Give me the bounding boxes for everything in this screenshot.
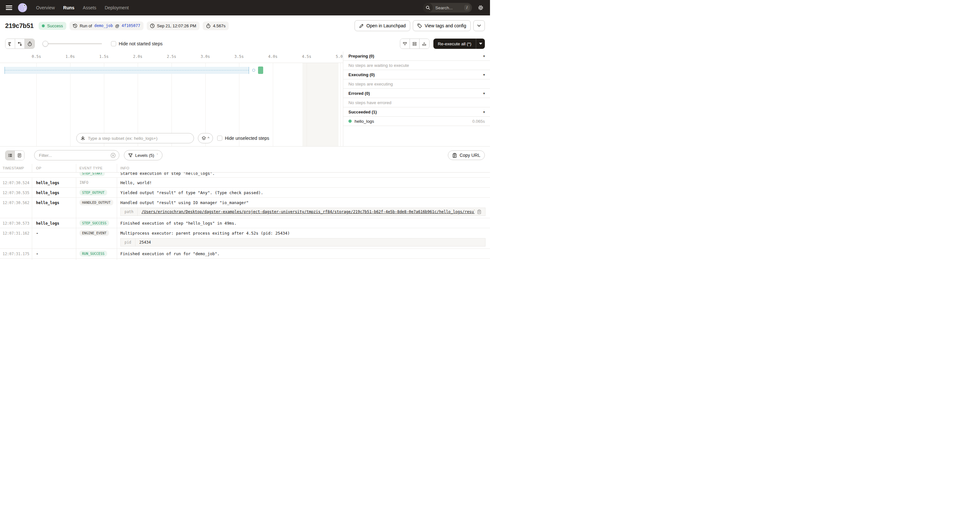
hide-not-started-checkbox[interactable] bbox=[111, 41, 116, 46]
nav-item-assets[interactable]: Assets bbox=[83, 5, 96, 10]
log-op: - bbox=[36, 252, 38, 256]
slider-knob[interactable] bbox=[43, 41, 48, 47]
duration-pill: 4.567s bbox=[203, 22, 229, 30]
graph-query-toggle-button[interactable]: ^ bbox=[198, 133, 213, 143]
hide-unselected-checkbox-row[interactable]: Hide unselected steps bbox=[217, 136, 269, 141]
status-dot-icon bbox=[42, 24, 45, 27]
dagster-run-page: Overview Runs Assets Deployment Search..… bbox=[0, 0, 490, 260]
copy-path-icon[interactable] bbox=[477, 209, 481, 214]
hamburger-menu-icon[interactable] bbox=[6, 5, 12, 10]
succeeded-step-row[interactable]: hello_logs 0.065s bbox=[343, 117, 490, 126]
col-header-event-type: EVENT TYPE bbox=[76, 164, 117, 172]
chevron-up-icon: ^ bbox=[207, 136, 209, 140]
hide-not-started-checkbox-row[interactable]: Hide not started steps bbox=[111, 41, 162, 46]
log-row[interactable]: 12:07:31.204 - ENGINE_EVENT Process for … bbox=[0, 259, 490, 260]
flat-view-button[interactable] bbox=[5, 39, 15, 49]
step-duration: 0.065s bbox=[472, 119, 485, 124]
panel-split-button[interactable] bbox=[410, 39, 420, 49]
log-timestamp: 12:07:30.535 bbox=[3, 190, 29, 195]
reexecute-all-button[interactable]: Re-execute all (*) bbox=[433, 38, 476, 49]
log-row[interactable]: 12:07:30.524 hello_logs INFO Hello, worl… bbox=[0, 178, 490, 188]
panel-expand-down-button[interactable] bbox=[400, 39, 410, 49]
levels-dropdown-button[interactable]: Levels (5) ˇ bbox=[124, 150, 162, 160]
code-version-link[interactable]: 4f105077 bbox=[122, 24, 140, 28]
log-row-partial[interactable]: STEP_START Started execution of step "he… bbox=[0, 173, 490, 178]
open-in-launchpad-label: Open in Launchpad bbox=[366, 23, 406, 28]
section-executing[interactable]: Executing (0) ▾ bbox=[343, 70, 490, 79]
open-in-launchpad-button[interactable]: Open in Launchpad bbox=[355, 20, 410, 31]
stopwatch-icon bbox=[27, 41, 32, 46]
gantt-zoom-slider[interactable] bbox=[43, 39, 102, 49]
search-input[interactable]: Search... / bbox=[423, 3, 472, 13]
clear-filter-icon[interactable] bbox=[110, 153, 116, 158]
nav-item-deployment[interactable]: Deployment bbox=[105, 5, 129, 10]
step-subset-input[interactable]: Type a step subset (ex: hello_logs+) bbox=[76, 133, 194, 143]
log-row[interactable]: 12:07:31.175 - RUN_SUCCESS Finished exec… bbox=[0, 249, 490, 259]
section-title: Errored (0) bbox=[348, 91, 370, 96]
log-row[interactable]: 12:07:30.562 hello_logs HANDLED_OUTPUT H… bbox=[0, 198, 490, 218]
section-preparing[interactable]: Preparing (0) ▾ bbox=[343, 51, 490, 61]
history-icon bbox=[73, 24, 78, 28]
log-row[interactable]: 12:07:31.162 - ENGINE_EVENT Multiprocess… bbox=[0, 228, 490, 249]
gantt-time-axis: 0.5s 1.0s 1.5s 2.0s 2.5s 3.0s 3.5s 4.0s … bbox=[0, 51, 343, 63]
search-icon bbox=[423, 3, 433, 13]
view-tags-config-button[interactable]: View tags and config bbox=[413, 20, 471, 31]
caret-down-icon bbox=[479, 43, 482, 45]
chevron-down-icon[interactable]: ▾ bbox=[483, 92, 485, 95]
clock-icon bbox=[150, 24, 155, 28]
run-id: 219c7b51 bbox=[5, 22, 33, 30]
nav-item-overview[interactable]: Overview bbox=[36, 5, 55, 10]
dagster-logo-icon[interactable] bbox=[18, 3, 28, 13]
step-subset-bar: Type a step subset (ex: hello_logs+) ^ H… bbox=[0, 132, 343, 144]
timed-view-button[interactable] bbox=[25, 39, 34, 49]
section-succeeded[interactable]: Succeeded (1) ▾ bbox=[343, 107, 490, 117]
panel-expand-up-icon bbox=[422, 41, 426, 46]
panel-layout-segment bbox=[400, 38, 430, 49]
layers-icon bbox=[201, 136, 206, 141]
hide-unselected-label: Hide unselected steps bbox=[225, 136, 269, 141]
axis-tick: 0.5s bbox=[32, 54, 41, 59]
gantt-chart: 0.5s 1.0s 1.5s 2.0s 2.5s 3.0s 3.5s 4.0s … bbox=[0, 51, 343, 146]
section-errored[interactable]: Errored (0) ▾ bbox=[343, 89, 490, 98]
path-link[interactable]: /Users/erincochran/Desktop/dagster-examp… bbox=[142, 209, 474, 214]
gear-icon[interactable] bbox=[477, 4, 484, 11]
log-op: hello_logs bbox=[36, 221, 59, 226]
log-row[interactable]: 12:07:30.535 hello_logs STEP_OUTPUT Yiel… bbox=[0, 188, 490, 198]
panel-expand-up-button[interactable] bbox=[420, 39, 429, 49]
log-row[interactable]: 12:07:30.573 hello_logs STEP_SUCCESS Fin… bbox=[0, 218, 490, 228]
reexecute-dropdown-button[interactable] bbox=[476, 38, 485, 49]
slider-track[interactable] bbox=[43, 43, 102, 44]
step-bar-hello-logs[interactable] bbox=[258, 67, 263, 74]
log-structured-view-button[interactable] bbox=[15, 151, 24, 160]
log-info: Finished execution of run for "demo_job"… bbox=[120, 251, 220, 256]
stopwatch-icon bbox=[206, 24, 211, 28]
event-type-badge: HANDLED_OUTPUT bbox=[80, 200, 113, 205]
clipboard-icon bbox=[452, 153, 457, 158]
hide-unselected-checkbox[interactable] bbox=[217, 136, 222, 141]
step-status-panel: Preparing (0) ▾ No steps are waiting to … bbox=[343, 51, 490, 146]
log-info: Multiprocess executor: parent process ex… bbox=[120, 231, 290, 236]
run-actions-dropdown-button[interactable] bbox=[473, 20, 485, 31]
log-timestamp: 12:07:31.162 bbox=[3, 231, 29, 236]
axis-tick: 3.0s bbox=[201, 54, 210, 59]
chevron-down-icon[interactable]: ▾ bbox=[483, 73, 485, 76]
job-name-link[interactable]: demo_job bbox=[94, 24, 113, 28]
chevron-down-icon[interactable]: ▾ bbox=[483, 110, 485, 114]
header-actions: Open in Launchpad View tags and config bbox=[355, 20, 485, 31]
log-table-header: TIMESTAMP OP EVENT TYPE INFO bbox=[0, 164, 490, 173]
chevron-down-icon[interactable]: ▾ bbox=[483, 54, 485, 58]
status-label: Success bbox=[47, 24, 63, 28]
nav-item-runs[interactable]: Runs bbox=[63, 5, 74, 10]
search-shortcut-key: / bbox=[464, 5, 470, 11]
log-filter-input[interactable]: Filter... bbox=[34, 150, 119, 160]
nav-right: Search... / bbox=[423, 3, 490, 13]
log-list-view-button[interactable] bbox=[5, 151, 15, 160]
chevron-down-icon: ˇ bbox=[157, 154, 158, 157]
funnel-icon bbox=[128, 153, 132, 157]
section-preparing-empty: No steps are waiting to execute bbox=[343, 61, 490, 70]
waterfall-view-button[interactable] bbox=[15, 39, 25, 49]
copy-url-button[interactable]: Copy URL bbox=[448, 151, 485, 160]
primary-nav: Overview Runs Assets Deployment bbox=[36, 5, 129, 10]
pencil-icon bbox=[359, 24, 364, 28]
step-waiting-band[interactable] bbox=[5, 67, 249, 74]
